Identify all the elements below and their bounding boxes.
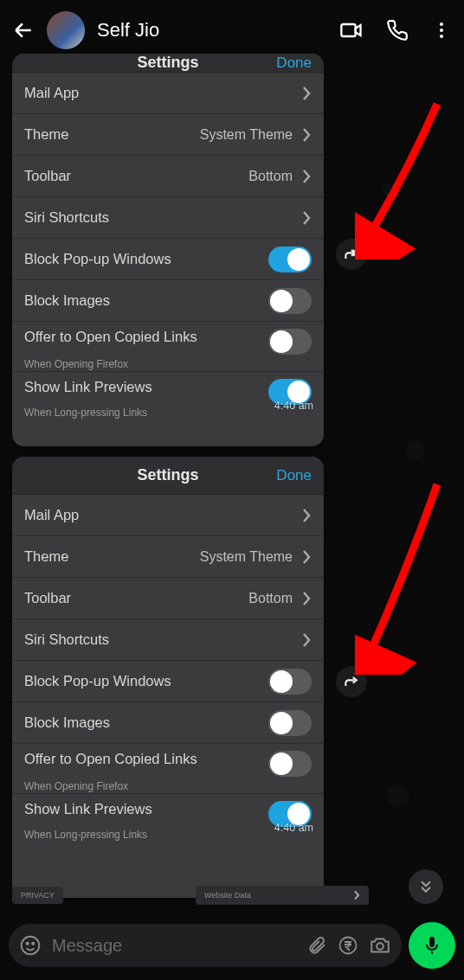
mini-label-text: Website Data [204,891,251,900]
more-options-icon[interactable] [431,20,452,41]
row-label: Block Images [24,714,110,731]
settings-row-theme: Theme System Theme [12,114,324,156]
settings-row-images: Block Images [12,280,324,322]
svg-point-4 [22,937,40,955]
svg-point-3 [440,35,443,38]
settings-row-preview: Show Link Previews When Long-pressing Li… [12,794,324,839]
chevron-right-icon [353,890,360,900]
svg-point-6 [32,943,34,945]
settings-row-copied: Offer to Open Copied Links When Opening … [12,744,324,794]
rupee-icon[interactable] [338,935,358,956]
settings-row-mail: Mail App [12,73,324,114]
partial-message-strip: PRIVACY Website Data [12,883,369,907]
settings-header: Settings Done [12,457,324,495]
settings-row-popup: Block Pop-up Windows [12,239,324,280]
mini-label-privacy: PRIVACY [12,887,63,904]
mic-button[interactable] [409,922,455,969]
chevron-right-icon [301,169,312,184]
row-label: Show Link Previews [24,801,152,817]
toggle-switch [268,329,312,355]
row-label: Offer to Open Copied Links [24,329,197,345]
message-timestamp: 4:40 am [274,400,313,412]
emoji-icon[interactable] [19,934,42,957]
row-label: Mail App [24,507,79,523]
chevron-right-icon [301,549,312,565]
forward-button[interactable] [336,239,367,270]
done-button: Done [276,54,312,72]
message-input-bar: Message [0,911,464,980]
toggle-switch [268,247,312,272]
settings-title: Settings [137,54,198,72]
toggle-switch [268,751,312,777]
row-sublabel: When Opening Firefox [24,780,312,792]
attach-icon[interactable] [306,935,327,956]
row-value: System Theme [200,549,293,565]
back-button[interactable] [12,19,35,42]
svg-point-5 [27,943,29,945]
row-sublabel: When Long-pressing Links [24,829,312,841]
mini-label-website-data: Website Data [196,886,369,905]
done-button: Done [276,467,312,484]
settings-row-siri: Siri Shortcuts [12,197,324,239]
camera-icon[interactable] [369,934,391,957]
message-input[interactable]: Message [9,924,402,967]
chevron-right-icon [301,632,312,648]
voice-call-icon[interactable] [386,19,409,42]
chevron-right-icon [301,591,312,606]
svg-point-8 [377,943,383,950]
settings-row-images: Block Images [12,702,324,744]
settings-row-mail: Mail App [12,495,324,536]
svg-rect-0 [341,24,355,36]
message-placeholder: Message [52,936,296,956]
settings-row-toolbar: Toolbar Bottom [12,156,324,197]
settings-row-preview: Show Link Previews When Long-pressing Li… [12,372,324,417]
svg-point-1 [440,22,443,26]
message-timestamp: 4:40 am [274,822,313,834]
row-value: System Theme [200,127,293,143]
toggle-switch [268,710,312,736]
annotation-arrow [355,476,450,675]
settings-header: Settings Done [12,54,324,73]
message-bubble[interactable]: Settings Done Mail App Theme System Them… [12,54,324,446]
settings-row-siri: Siri Shortcuts [12,619,324,661]
toggle-switch [268,288,312,314]
row-value: Bottom [248,591,293,606]
chevron-right-icon [301,86,312,101]
annotation-arrow [355,95,450,259]
row-label: Theme [24,126,68,143]
video-call-icon[interactable] [339,18,364,42]
row-sublabel: When Long-pressing Links [24,407,312,419]
forward-button[interactable] [336,666,367,697]
settings-row-popup: Block Pop-up Windows [12,661,324,702]
row-label: Block Images [24,292,110,309]
scroll-to-bottom-button[interactable] [409,869,443,904]
row-label: Show Link Previews [24,379,152,395]
row-label: Offer to Open Copied Links [24,751,197,767]
row-sublabel: When Opening Firefox [24,358,312,370]
row-label: Block Pop-up Windows [24,673,171,689]
row-label: Toolbar [24,590,71,606]
chevron-right-icon [301,127,312,143]
settings-title: Settings [137,466,198,484]
row-value: Bottom [248,169,293,184]
row-label: Block Pop-up Windows [24,251,171,267]
row-label: Toolbar [24,168,71,184]
contact-avatar[interactable] [47,11,85,49]
contact-name[interactable]: Self Jio [97,19,327,42]
settings-row-copied: Offer to Open Copied Links When Opening … [12,322,324,372]
row-label: Theme [24,548,68,565]
row-label: Siri Shortcuts [24,631,109,648]
chat-header: Self Jio [0,0,464,61]
toggle-switch [268,669,312,695]
row-label: Siri Shortcuts [24,209,109,226]
chevron-right-icon [301,508,312,523]
row-label: Mail App [24,85,79,101]
messages-container: Settings Done Mail App Theme System Them… [0,61,464,911]
chevron-right-icon [301,210,312,226]
message-bubble[interactable]: Settings Done Mail App Theme System Them… [12,457,324,898]
settings-row-theme: Theme System Theme [12,536,324,578]
settings-row-toolbar: Toolbar Bottom [12,578,324,619]
svg-point-7 [340,938,357,954]
svg-point-2 [440,29,443,32]
